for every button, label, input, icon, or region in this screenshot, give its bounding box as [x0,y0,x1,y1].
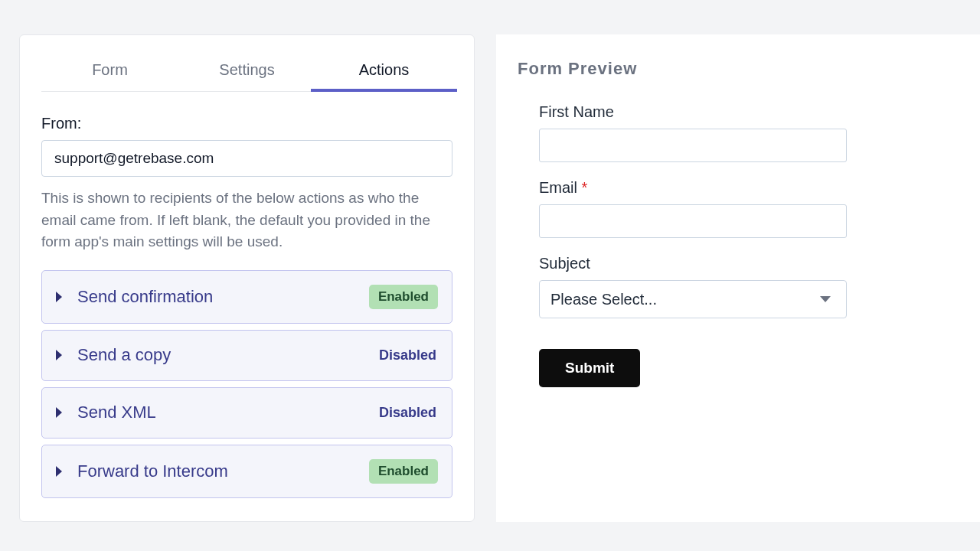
action-title: Forward to Intercom [77,461,369,481]
from-label: From: [41,115,452,132]
subject-select-value: Please Select... [550,291,657,308]
status-badge: Disabled [377,402,438,424]
tab-actions[interactable]: Actions [315,54,452,91]
tab-form[interactable]: Form [41,54,178,91]
action-title: Send a copy [77,345,377,365]
actions-list: Send confirmation Enabled Send a copy Di… [41,270,452,498]
chevron-down-icon [820,296,831,302]
status-badge: Enabled [369,285,438,309]
required-indicator: * [582,179,588,196]
action-send-a-copy[interactable]: Send a copy Disabled [41,330,452,381]
status-badge: Disabled [377,344,438,367]
action-forward-to-intercom[interactable]: Forward to Intercom Enabled [41,445,452,498]
from-help-text: This is shown to recipients of the below… [41,187,452,253]
action-send-confirmation[interactable]: Send confirmation Enabled [41,270,452,324]
first-name-input[interactable] [539,129,847,162]
actions-panel: Form Settings Actions From: This is show… [19,34,475,522]
subject-select[interactable]: Please Select... [539,280,847,318]
action-title: Send XML [77,403,377,422]
from-input[interactable] [41,140,452,177]
form-preview-panel: Form Preview First Name Email * Subject … [496,34,980,522]
caret-right-icon [56,466,62,477]
submit-button[interactable]: Submit [539,349,640,387]
caret-right-icon [56,407,62,418]
status-badge: Enabled [369,459,438,484]
tab-bar: Form Settings Actions [41,54,452,92]
first-name-label: First Name [539,103,847,121]
action-send-xml[interactable]: Send XML Disabled [41,387,452,439]
email-input[interactable] [539,204,847,238]
caret-right-icon [56,350,62,360]
email-label: Email * [539,179,847,197]
subject-label: Subject [539,255,847,272]
tab-settings[interactable]: Settings [178,54,315,91]
caret-right-icon [56,292,62,302]
preview-heading: Form Preview [518,59,959,79]
preview-form: First Name Email * Subject Please Select… [518,79,847,387]
action-title: Send confirmation [77,287,369,307]
